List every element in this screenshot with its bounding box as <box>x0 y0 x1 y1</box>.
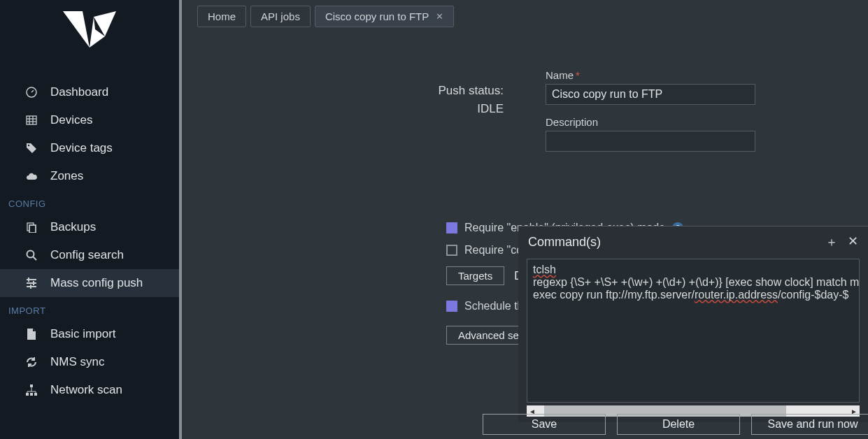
logo-icon <box>55 8 124 59</box>
sidebar-item-label: NMS sync <box>50 355 104 369</box>
require-configure-checkbox[interactable] <box>446 245 457 256</box>
svg-rect-24 <box>34 393 37 396</box>
sidebar: DashboardDevicesDevice tagsZonesCONFIGBa… <box>0 0 182 439</box>
push-status-value: IDLE <box>392 100 504 118</box>
name-label: Name* <box>546 69 755 81</box>
tab-api-jobs[interactable]: API jobs <box>250 6 311 27</box>
sidebar-item-mass-config-push[interactable]: Mass config push <box>0 269 179 297</box>
sidebar-item-label: Zones <box>50 169 83 183</box>
description-input[interactable] <box>546 131 755 152</box>
tab-home[interactable]: Home <box>197 6 246 27</box>
file-icon <box>25 329 38 340</box>
svg-rect-19 <box>33 281 34 285</box>
sidebar-item-dashboard[interactable]: Dashboard <box>0 78 179 106</box>
sidebar-item-label: Network scan <box>50 383 122 397</box>
save-button[interactable]: Save <box>483 414 606 435</box>
command-line: tclsh <box>533 264 853 276</box>
sidebar-item-network-scan[interactable]: Network scan <box>0 376 179 404</box>
nav-group-title: IMPORT <box>0 301 179 320</box>
svg-point-13 <box>27 251 34 258</box>
svg-rect-11 <box>29 225 36 233</box>
svg-point-9 <box>28 145 29 146</box>
svg-rect-16 <box>27 282 36 284</box>
targets-button[interactable]: Targets <box>446 266 504 285</box>
sidebar-item-config-search[interactable]: Config search <box>0 241 179 269</box>
tab-label: API jobs <box>261 10 300 22</box>
schedule-checkbox[interactable] <box>446 301 457 312</box>
commands-title: Command(s) <box>528 235 601 250</box>
push-status-label: Push status: <box>392 82 504 100</box>
sidebar-item-device-tags[interactable]: Device tags <box>0 134 179 162</box>
sidebar-item-basic-import[interactable]: Basic import <box>0 320 179 348</box>
require-enable-checkbox[interactable] <box>446 222 457 233</box>
description-label: Description <box>546 116 755 128</box>
command-line: regexp {\S+ +\S+ +(\w+) +(\d+) +(\d+)} [… <box>533 276 853 289</box>
required-asterisk: * <box>576 69 580 81</box>
main: HomeAPI jobsCisco copy run to FTP✕ Push … <box>182 0 868 439</box>
commands-panel: Command(s) ＋ ✕ tclshregexp {\S+ +\S+ +(\… <box>518 226 868 422</box>
tab-label: Home <box>208 10 236 22</box>
svg-rect-20 <box>30 285 31 289</box>
devices-icon <box>25 115 38 126</box>
close-icon[interactable]: ✕ <box>436 11 443 22</box>
delete-button[interactable]: Delete <box>617 414 740 435</box>
tab-label: Cisco copy run to FTP <box>325 10 429 22</box>
svg-rect-21 <box>30 384 33 387</box>
sidebar-item-label: Basic import <box>50 327 116 341</box>
tags-icon <box>25 143 38 154</box>
svg-rect-4 <box>27 116 36 124</box>
svg-marker-0 <box>63 11 90 48</box>
svg-marker-1 <box>90 11 116 48</box>
logo <box>0 4 179 78</box>
action-buttons: Save Delete Save and run now <box>483 414 868 435</box>
add-icon[interactable]: ＋ <box>825 233 838 250</box>
content: Push status: IDLE Name* Description <box>182 27 868 439</box>
sidebar-item-label: Backups <box>50 220 96 234</box>
command-line: exec copy run ftp://my.ftp.server/router… <box>533 289 853 301</box>
sidebar-item-label: Config search <box>50 248 124 262</box>
sidebar-item-label: Device tags <box>50 141 113 155</box>
sidebar-item-nms-sync[interactable]: NMS sync <box>0 348 179 376</box>
close-icon[interactable]: ✕ <box>848 233 858 250</box>
name-input[interactable] <box>546 84 755 105</box>
save-and-run-button[interactable]: Save and run now <box>751 414 868 435</box>
sidebar-item-label: Dashboard <box>50 85 108 99</box>
sitemap-icon <box>25 384 38 396</box>
sidebar-item-devices[interactable]: Devices <box>0 106 179 134</box>
dashboard-icon <box>25 87 38 98</box>
svg-rect-23 <box>30 393 33 396</box>
tab-cisco-copy-run-to-ftp[interactable]: Cisco copy run to FTP✕ <box>315 6 454 27</box>
sidebar-item-backups[interactable]: Backups <box>0 213 179 241</box>
svg-rect-22 <box>26 393 29 396</box>
search-icon <box>25 250 38 261</box>
svg-rect-18 <box>28 278 29 282</box>
sidebar-item-zones[interactable]: Zones <box>0 162 179 190</box>
sliders-icon <box>25 278 38 289</box>
push-status: Push status: IDLE <box>392 82 504 119</box>
sidebar-item-label: Devices <box>50 113 92 127</box>
sidebar-item-label: Mass config push <box>50 276 143 290</box>
copy-icon <box>25 222 38 233</box>
cloud-icon <box>25 171 38 182</box>
refresh-icon <box>25 357 38 368</box>
commands-textarea[interactable]: tclshregexp {\S+ +\S+ +(\w+) +(\d+) +(\d… <box>527 259 860 403</box>
nav-group-title: CONFIG <box>0 194 179 213</box>
tab-bar: HomeAPI jobsCisco copy run to FTP✕ <box>182 0 868 27</box>
svg-line-14 <box>34 257 37 261</box>
